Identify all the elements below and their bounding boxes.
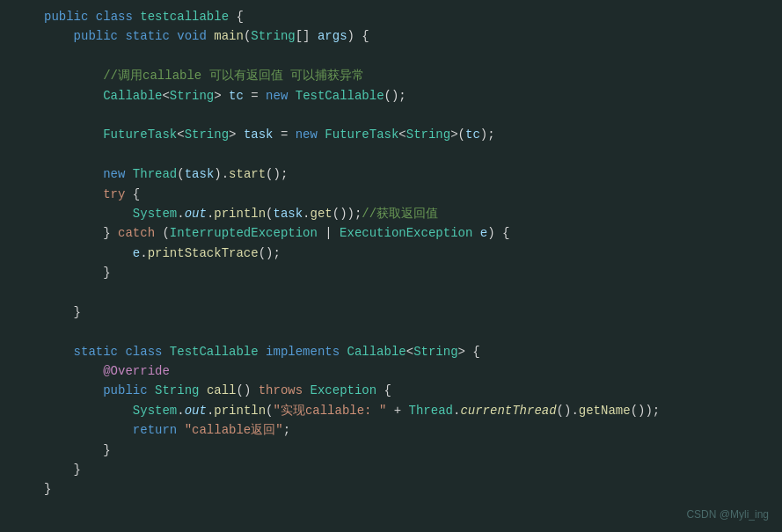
line-content-9: new Thread(task).start();: [44, 164, 773, 184]
watermark: CSDN @Myli_ing: [686, 506, 769, 523]
line-content-18: static class TestCallable implements Cal…: [44, 342, 773, 361]
code-line-13: e.printStackTrace();: [0, 244, 782, 263]
line-content-5: Callable<String> tc = new TestCallable()…: [44, 86, 773, 106]
line-content-2: public static void main(String[] args) {: [44, 26, 773, 46]
line-content-25: }: [44, 479, 773, 499]
code-line-5: Callable<String> tc = new TestCallable()…: [0, 86, 782, 106]
line-content-10: try {: [44, 185, 773, 204]
line-content-20: public String call() throws Exception {: [44, 381, 773, 400]
code-line-12: } catch (InterruptedException | Executio…: [0, 223, 782, 243]
code-line-14: }: [0, 263, 782, 282]
code-line-19: @Override: [0, 361, 782, 381]
code-line-2: public static void main(String[] args) {: [0, 26, 782, 46]
line-content-8: [44, 145, 773, 164]
code-line-22: return "callable返回";: [0, 420, 782, 440]
code-line-4: //调用callable 可以有返回值 可以捕获异常: [0, 66, 782, 85]
line-content-14: }: [44, 263, 773, 282]
line-content-24: }: [44, 460, 773, 479]
code-line-6: [0, 106, 782, 125]
line-content-23: }: [44, 441, 773, 460]
line-content-1: public class testcallable {: [44, 7, 773, 26]
code-line-1: public class testcallable {: [0, 7, 782, 26]
code-line-11: System.out.println(task.get());//获取返回值: [0, 204, 782, 223]
code-line-23: }: [0, 441, 782, 460]
line-content-17: [44, 322, 773, 341]
code-line-21: System.out.println("实现callable: " + Thre…: [0, 401, 782, 420]
line-content-11: System.out.println(task.get());//获取返回值: [44, 204, 773, 223]
code-line-24: }: [0, 460, 782, 479]
code-line-15: [0, 282, 782, 302]
code-line-25: }: [0, 479, 782, 499]
code-line-10: try {: [0, 185, 782, 204]
code-line-7: FutureTask<String> task = new FutureTask…: [0, 125, 782, 144]
line-content-12: } catch (InterruptedException | Executio…: [44, 223, 773, 243]
code-line-17: [0, 322, 782, 341]
line-content-22: return "callable返回";: [44, 420, 773, 440]
code-line-3: [0, 47, 782, 66]
line-content-6: [44, 106, 773, 125]
line-content-3: [44, 47, 773, 66]
line-content-21: System.out.println("实现callable: " + Thre…: [44, 401, 773, 420]
line-content-13: e.printStackTrace();: [44, 244, 773, 263]
line-content-19: @Override: [44, 361, 773, 381]
code-line-16: }: [0, 302, 782, 322]
code-line-8: [0, 145, 782, 164]
line-content-16: }: [44, 302, 773, 322]
code-line-9: new Thread(task).start();: [0, 164, 782, 184]
line-content-7: FutureTask<String> task = new FutureTask…: [44, 125, 773, 144]
code-editor: public class testcallable { public stati…: [0, 0, 782, 532]
line-content-15: [44, 282, 773, 302]
code-line-20: public String call() throws Exception {: [0, 381, 782, 400]
code-line-18: static class TestCallable implements Cal…: [0, 342, 782, 361]
line-content-4: //调用callable 可以有返回值 可以捕获异常: [44, 66, 773, 85]
